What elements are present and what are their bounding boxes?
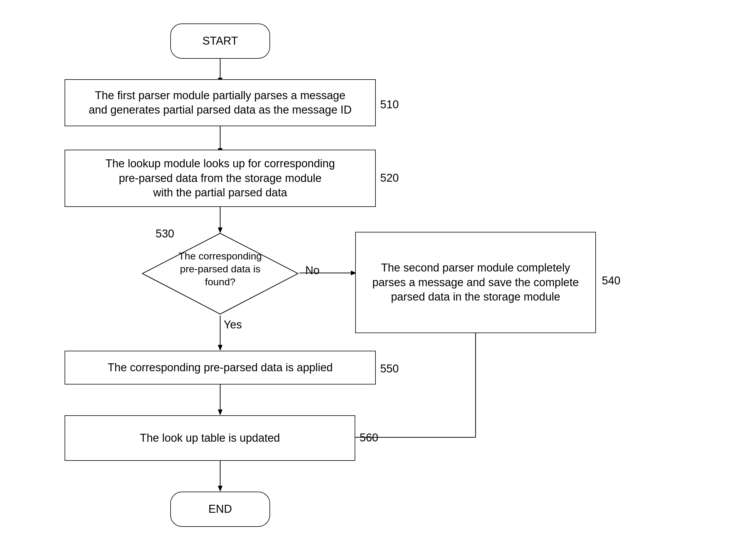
step-520-box: The lookup module looks up for correspon…	[65, 150, 376, 207]
step-560-ref: 560	[359, 431, 378, 444]
diagram-container: START The first parser module partially …	[0, 0, 748, 560]
step-510-box: The first parser module partially parses…	[65, 79, 376, 126]
yes-label: Yes	[224, 319, 242, 331]
step-550-text: The corresponding pre-parsed data is app…	[108, 360, 333, 375]
svg-marker-14	[218, 410, 223, 415]
step-510-text: The first parser module partially parses…	[89, 88, 352, 117]
end-node: END	[170, 492, 270, 527]
step-550-ref: 550	[380, 363, 399, 375]
step-540-box: The second parser module completely pars…	[355, 232, 596, 333]
step-520-ref: 520	[380, 172, 399, 184]
start-node: START	[170, 23, 270, 59]
step-530-ref: 530	[156, 228, 174, 240]
step-530-diamond: The correspondingpre-parsed data is foun…	[141, 232, 299, 316]
step-540-text: The second parser module completely pars…	[372, 261, 579, 304]
step-560-box: The look up table is updated	[65, 415, 355, 461]
step-540-ref: 540	[602, 275, 620, 287]
svg-marker-16	[218, 486, 223, 492]
step-560-text: The look up table is updated	[140, 431, 280, 445]
no-label: No	[305, 264, 320, 277]
svg-marker-12	[218, 345, 223, 351]
step-520-text: The lookup module looks up for correspon…	[106, 157, 335, 200]
start-label: START	[202, 34, 238, 48]
end-label: END	[208, 502, 232, 516]
step-550-box: The corresponding pre-parsed data is app…	[65, 351, 376, 384]
step-510-ref: 510	[380, 98, 399, 111]
